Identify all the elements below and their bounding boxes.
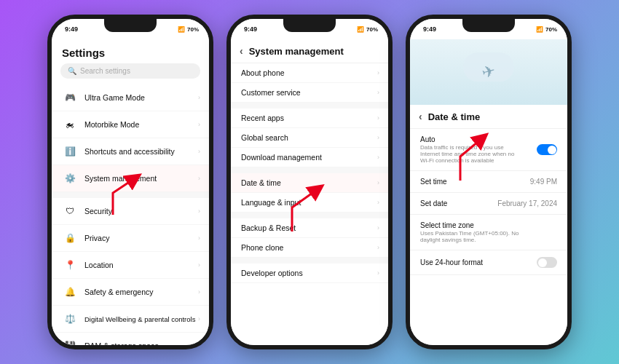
- setdate-label: Set date: [420, 199, 447, 207]
- phone-3: 9:49 📶 70% ✈ ‹ Date & time Auto Data tra: [406, 15, 572, 349]
- chevron-privacy: ›: [198, 234, 200, 242]
- customer-label: Customer service: [241, 88, 301, 97]
- status-bar-1: 9:49 📶 70%: [52, 19, 209, 39]
- menu-label-motorbike: Motorbike Mode: [84, 120, 139, 129]
- settime-value: 9:49 PM: [530, 178, 557, 186]
- auto-toggle[interactable]: [537, 144, 557, 155]
- chevron-developer: ›: [377, 269, 379, 277]
- chevron-recent: ›: [377, 114, 379, 122]
- menu-item-global[interactable]: Global search ›: [231, 128, 388, 148]
- phone-2: 9:49 📶 70% ‹ System management About pho…: [226, 15, 393, 349]
- menu-item-safety[interactable]: 🔔 Safety & emergency ›: [52, 279, 209, 306]
- menu-label-privacy: Privacy: [84, 234, 109, 242]
- divider-s1: [231, 103, 388, 108]
- chevron-phoneclone: ›: [377, 244, 379, 251]
- wellbeing-icon: ⚖️: [62, 311, 78, 327]
- phone-1: 9:49 📶 70% Settings 🔍 Search settings 🎮 …: [47, 15, 213, 349]
- dt-row-24h[interactable]: Use 24-hour format: [410, 250, 567, 275]
- privacy-icon: 🔒: [62, 230, 78, 246]
- status-right-3: 📶 70%: [536, 26, 557, 33]
- chevron-global: ›: [377, 134, 379, 141]
- language-label: Language & input: [241, 198, 301, 207]
- menu-item-customer[interactable]: Customer service ›: [231, 83, 388, 103]
- system-icon: ⚙️: [62, 170, 78, 186]
- dt-row-timezone[interactable]: Select time zone Uses Pakistan Time (GMT…: [410, 215, 567, 250]
- settings-menu: 🎮 Ultra Game Mode › 🏍 Motorbike Mode › ℹ…: [52, 84, 209, 345]
- signal-icon: 📶: [178, 26, 185, 33]
- nav-title-3: Date & time: [428, 111, 481, 122]
- menu-label-location: Location: [84, 261, 114, 269]
- status-right-2: 📶 70%: [357, 26, 378, 33]
- menu-item-system[interactable]: ⚙️ System management ›: [52, 165, 209, 192]
- recent-label: Recent apps: [241, 114, 284, 122]
- menu-item-language[interactable]: Language & input ›: [231, 193, 388, 213]
- chevron-wellbeing: ›: [198, 315, 200, 323]
- status-time-1: 9:49: [65, 25, 78, 33]
- back-button-2[interactable]: ‹: [240, 45, 243, 57]
- menu-label-game: Ultra Game Mode: [84, 93, 145, 102]
- search-placeholder: Search settings: [80, 67, 130, 75]
- menu-item-location[interactable]: 📍 Location ›: [52, 252, 209, 279]
- settings-screen: Settings 🔍 Search settings 🎮 Ultra Game …: [52, 39, 209, 345]
- security-icon: 🛡: [62, 203, 78, 219]
- battery-2: 70%: [366, 26, 378, 33]
- chevron-ram: ›: [198, 342, 200, 345]
- motorbike-icon: 🏍: [62, 116, 78, 132]
- setdate-value: February 17, 2024: [497, 199, 557, 207]
- download-label: Download management: [241, 153, 322, 162]
- global-label: Global search: [241, 133, 288, 142]
- chevron-shortcuts: ›: [198, 148, 200, 155]
- menu-item-privacy[interactable]: 🔒 Privacy ›: [52, 225, 209, 252]
- menu-item-recent[interactable]: Recent apps ›: [231, 108, 388, 128]
- datetime-content: Auto Data traffic is required if you use…: [410, 129, 567, 275]
- search-bar[interactable]: 🔍 Search settings: [60, 63, 200, 79]
- timezone-sub: Uses Pakistan Time (GMT+05:00). No dayli…: [420, 230, 529, 243]
- dt-row-settime[interactable]: Set time 9:49 PM: [410, 171, 567, 193]
- datetime-hero: ✈: [410, 39, 567, 105]
- menu-item-developer[interactable]: Developer options ›: [231, 264, 388, 283]
- menu-item-phoneclone[interactable]: Phone clone ›: [231, 238, 388, 258]
- menu-item-wellbeing[interactable]: ⚖️ Digital Wellbeing & parental controls…: [52, 306, 209, 333]
- 24h-toggle[interactable]: [537, 257, 557, 268]
- menu-item-motorbike[interactable]: 🏍 Motorbike Mode ›: [52, 111, 209, 138]
- menu-item-download[interactable]: Download management ›: [231, 148, 388, 167]
- system-management-screen: ‹ System management About phone › Custom…: [231, 39, 388, 345]
- menu-item-about[interactable]: About phone ›: [231, 63, 388, 83]
- game-icon: 🎮: [62, 90, 78, 106]
- 24h-label: Use 24-hour format: [420, 258, 483, 266]
- menu-item-backup[interactable]: Backup & Reset ›: [231, 218, 388, 238]
- chevron-customer: ›: [377, 89, 379, 96]
- divider-s2: [231, 167, 388, 173]
- developer-label: Developer options: [241, 269, 303, 277]
- chevron-backup: ›: [377, 224, 379, 232]
- menu-item-ram[interactable]: 💾 RAM & storage space ›: [52, 333, 209, 345]
- dt-row-auto[interactable]: Auto Data traffic is required if you use…: [410, 129, 567, 171]
- status-bar-2: 9:49 📶 70%: [231, 19, 388, 39]
- search-icon: 🔍: [68, 67, 76, 75]
- battery-3: 70%: [545, 26, 557, 33]
- location-icon: 📍: [62, 257, 78, 273]
- menu-item-shortcuts[interactable]: ℹ️ Shortcuts and accessibility ›: [52, 138, 209, 165]
- signal-icon-2: 📶: [357, 26, 364, 33]
- timezone-label: Select time zone: [420, 221, 529, 229]
- nav-header-3: ‹ Date & time: [410, 105, 567, 129]
- chevron-motorbike: ›: [198, 121, 200, 128]
- about-label: About phone: [241, 68, 285, 77]
- menu-item-security[interactable]: 🛡 Security ›: [52, 198, 209, 225]
- status-time-2: 9:49: [244, 25, 257, 33]
- menu-item-datetime[interactable]: Date & time ›: [231, 173, 388, 193]
- back-button-3[interactable]: ‹: [419, 111, 422, 122]
- nav-header-2: ‹ System management: [231, 39, 388, 63]
- menu-label-wellbeing: Digital Wellbeing & parental controls: [84, 315, 195, 323]
- system-menu: About phone › Customer service › Recent …: [231, 63, 388, 345]
- battery-1: 70%: [187, 26, 199, 33]
- ram-icon: 💾: [62, 338, 78, 345]
- menu-item-game[interactable]: 🎮 Ultra Game Mode ›: [52, 84, 209, 111]
- menu-label-security: Security: [84, 207, 112, 215]
- notch-2: [283, 19, 336, 32]
- phoneclone-label: Phone clone: [241, 243, 283, 252]
- chevron-about: ›: [377, 69, 379, 76]
- chevron-location: ›: [198, 261, 200, 269]
- dt-row-setdate[interactable]: Set date February 17, 2024: [410, 193, 567, 215]
- safety-icon: 🔔: [62, 284, 78, 300]
